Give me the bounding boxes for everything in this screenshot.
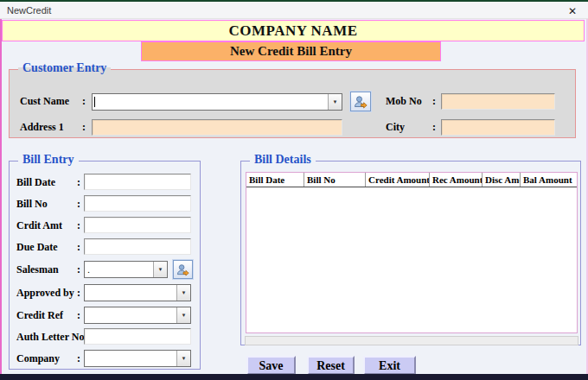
city-field[interactable] bbox=[441, 119, 555, 136]
company-name-banner: COMPANY NAME bbox=[2, 20, 585, 41]
colon: : bbox=[77, 350, 80, 367]
exit-button[interactable]: Exit bbox=[363, 356, 416, 375]
colon: : bbox=[77, 174, 80, 191]
bill-details-group: Bill Details Bill Date Bill No Credit Am… bbox=[240, 161, 581, 345]
bill-entry-group: Bill Entry Bill Date : Bill No : Crdit A… bbox=[9, 161, 201, 370]
company-combo-value bbox=[85, 351, 176, 366]
credit-ref-row: Credit Ref : ▼ bbox=[16, 307, 195, 326]
credit-ref-combo-value bbox=[85, 307, 176, 323]
salesman-combo[interactable]: . ▼ bbox=[84, 261, 168, 278]
mob-no-label: Mob No bbox=[386, 92, 422, 110]
due-date-field[interactable] bbox=[84, 238, 191, 255]
approved-by-row: Approved by : ▼ bbox=[16, 284, 195, 303]
auth-letter-row: Auth Letter No : bbox=[16, 328, 195, 347]
salesman-label: Salesman bbox=[16, 261, 59, 278]
colon: : bbox=[77, 195, 80, 212]
customer-entry-legend: Customer Entry bbox=[18, 61, 111, 75]
colon: : bbox=[77, 238, 80, 256]
salesman-combo-value: . bbox=[85, 262, 153, 277]
grid-header-row: Bill Date Bill No Credit Amount Rec Amou… bbox=[246, 173, 577, 187]
approved-by-combo[interactable]: ▼ bbox=[84, 284, 191, 301]
company-row: Company : ▼ bbox=[16, 350, 195, 369]
window-title: NewCredit bbox=[7, 5, 51, 16]
colon: : bbox=[77, 284, 80, 301]
mob-no-field[interactable] bbox=[441, 93, 555, 110]
bill-no-row: Bill No : bbox=[16, 195, 195, 214]
cust-name-combo[interactable]: ▼ bbox=[92, 93, 342, 111]
grid-col-bill-date[interactable]: Bill Date bbox=[246, 173, 304, 187]
window-bottom-edge bbox=[0, 374, 588, 380]
cust-name-combo-value bbox=[95, 94, 328, 110]
auth-letter-field[interactable] bbox=[84, 328, 191, 345]
chevron-down-icon[interactable]: ▼ bbox=[328, 94, 342, 110]
approved-by-label: Approved by bbox=[16, 284, 74, 301]
chevron-down-icon[interactable]: ▼ bbox=[176, 285, 190, 301]
titlebar: NewCredit ✕ bbox=[0, 2, 588, 19]
due-date-row: Due Date : bbox=[16, 238, 195, 257]
grid-col-disc-amount[interactable]: Disc Amount bbox=[483, 173, 521, 187]
colon: : bbox=[77, 217, 80, 234]
credit-amt-row: Crdit Amt : bbox=[16, 217, 195, 236]
grid-horizontal-scrollbar[interactable] bbox=[245, 336, 578, 345]
form-title-banner: New Credit Bill Entry bbox=[141, 41, 441, 61]
grid-body-empty[interactable] bbox=[246, 187, 577, 332]
chevron-down-icon[interactable]: ▼ bbox=[176, 351, 190, 366]
bill-date-row: Bill Date : bbox=[16, 174, 195, 193]
add-salesman-button[interactable] bbox=[173, 260, 193, 279]
auth-letter-label: Auth Letter No bbox=[16, 328, 84, 345]
add-person-icon bbox=[176, 263, 189, 276]
credit-ref-combo[interactable]: ▼ bbox=[84, 307, 191, 324]
close-icon[interactable]: ✕ bbox=[566, 4, 579, 18]
grid-col-bal-amount[interactable]: Bal Amount bbox=[521, 173, 577, 187]
colon: : bbox=[77, 307, 80, 324]
grid-col-rec-amount[interactable]: Rec Amount bbox=[430, 173, 483, 187]
colon: : bbox=[432, 92, 436, 110]
credit-amt-field[interactable] bbox=[84, 217, 191, 233]
add-person-icon bbox=[354, 95, 368, 109]
bill-no-label: Bill No bbox=[16, 195, 48, 212]
approved-by-combo-value bbox=[85, 285, 176, 301]
customer-entry-group: Customer Entry Cust Name : ▼ Mob No : Ad… bbox=[9, 69, 576, 138]
salesman-row: Salesman : . ▼ bbox=[16, 261, 195, 280]
address1-field[interactable] bbox=[92, 119, 342, 136]
window-left-edge bbox=[0, 19, 2, 374]
bill-entry-legend: Bill Entry bbox=[18, 153, 79, 167]
city-label: City bbox=[386, 118, 405, 136]
company-label: Company bbox=[16, 350, 60, 367]
colon: : bbox=[77, 261, 80, 278]
colon: : bbox=[82, 92, 86, 110]
grid-col-credit-amount[interactable]: Credit Amount bbox=[366, 173, 430, 187]
bill-date-field[interactable] bbox=[84, 174, 191, 190]
bill-details-legend: Bill Details bbox=[250, 153, 316, 167]
colon: : bbox=[432, 118, 436, 136]
grid-col-bill-no[interactable]: Bill No bbox=[304, 173, 366, 187]
bill-details-grid[interactable]: Bill Date Bill No Credit Amount Rec Amou… bbox=[246, 172, 578, 333]
cust-name-label: Cust Name bbox=[20, 92, 69, 110]
credit-ref-label: Credit Ref bbox=[16, 307, 63, 324]
bill-no-field[interactable] bbox=[84, 195, 191, 212]
chevron-down-icon[interactable]: ▼ bbox=[153, 262, 167, 277]
bill-date-label: Bill Date bbox=[16, 174, 55, 191]
reset-button[interactable]: Reset bbox=[307, 356, 355, 375]
company-combo[interactable]: ▼ bbox=[84, 350, 191, 367]
save-button[interactable]: Save bbox=[246, 356, 296, 375]
add-customer-button[interactable] bbox=[350, 92, 371, 111]
chevron-down-icon[interactable]: ▼ bbox=[176, 307, 190, 323]
colon: : bbox=[82, 118, 86, 136]
credit-amt-label: Crdit Amt bbox=[16, 217, 62, 234]
address1-label: Address 1 bbox=[20, 118, 64, 136]
due-date-label: Due Date bbox=[16, 238, 58, 256]
